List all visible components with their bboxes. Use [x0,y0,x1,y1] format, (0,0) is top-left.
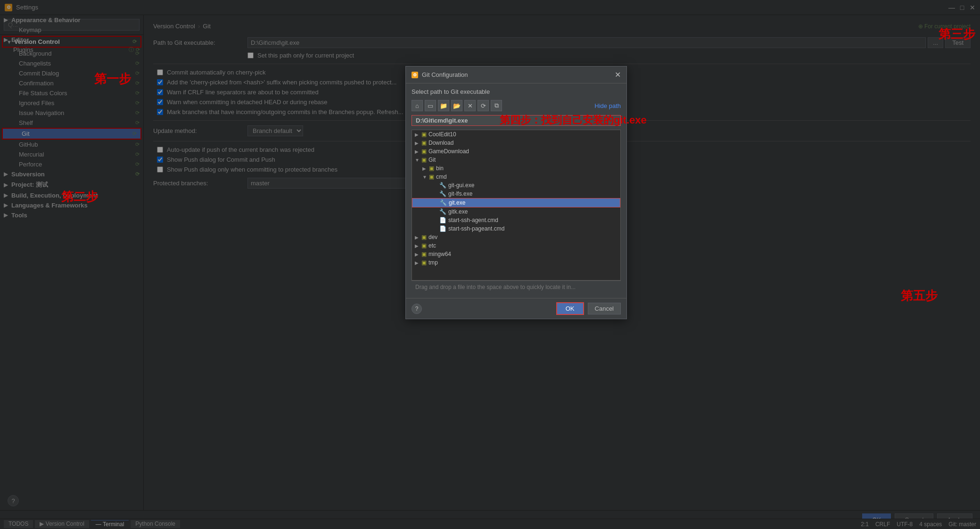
file-tree-label: CoolEdit10 [428,131,456,138]
file-tree-label: git-lfs.exe [448,190,472,197]
file-tree-label: gitk.exe [448,208,468,215]
folder-icon: ▣ [429,165,434,172]
no-arrow [433,209,439,215]
nav-new-folder-button[interactable]: 📁 [438,100,449,111]
dialog-subtitle: Select path to Git executable [412,88,621,95]
file-tree-item-download[interactable]: ▶ ▣ Download [412,139,620,147]
folder-icon: ▣ [421,259,427,266]
nav-refresh-button[interactable]: ⟳ [478,100,489,111]
expand-arrow: ▶ [415,132,421,137]
file-icon: 🔧 [439,208,446,215]
file-tree-item-bin[interactable]: ▶ ▣ bin [412,164,620,173]
dialog-help-button[interactable]: ? [412,304,422,314]
dialog-ok-button[interactable]: OK [556,302,584,315]
dialog-footer: ? OK Cancel [406,298,626,319]
file-tree-item-git-gui[interactable]: 🔧 git-gui.exe [412,181,620,190]
dialog-path-bar[interactable]: D:\Git\cmd\git.exe [412,115,621,126]
file-tree-item-ssh-agent[interactable]: 📄 start-ssh-agent.cmd [412,216,620,224]
folder-icon: ▣ [421,242,427,249]
expand-arrow: ▶ [415,243,421,248]
dialog-title-bar: ⚙ Git Configuration ✕ [406,66,626,83]
dialog-title: Git Configuration [422,71,615,78]
drag-hint: Drag and drop a file into the space abov… [412,281,621,293]
expand-arrow: ▶ [415,149,421,154]
nav-delete-button[interactable]: ✕ [464,100,476,111]
no-arrow [433,218,439,223]
file-tree-label: dev [428,234,437,240]
file-icon: 🔧 [439,182,446,189]
expand-arrow: ▶ [415,260,421,265]
file-tree-item-dev[interactable]: ▶ ▣ dev [412,233,620,241]
file-tree-label: git.exe [449,199,465,206]
expand-arrow: ▼ [422,174,429,180]
file-tree-item-gamedownload[interactable]: ▶ ▣ GameDownload [412,147,620,156]
file-tree-item-git-lfs[interactable]: 🔧 git-lfs.exe [412,190,620,198]
file-tree-label: cmd [436,174,447,180]
file-tree-label: Git [428,157,436,163]
no-arrow [433,183,439,188]
file-tree-item-etc[interactable]: ▶ ▣ etc [412,241,620,250]
file-browser-toolbar: ⌂ ▭ 📁 📂 ✕ ⟳ ⧉ Hide path [412,100,621,111]
file-icon: 🔧 [440,199,447,206]
file-tree-label: start-ssh-agent.cmd [448,217,498,223]
file-tree-label: git-gui.exe [448,182,474,189]
folder-icon: ▣ [429,174,434,180]
file-icon: 📄 [439,217,446,223]
file-tree: ▶ ▣ CoolEdit10 ▶ ▣ Download ▶ ▣ GameDown… [412,130,621,281]
file-tree-label: etc [428,242,436,249]
folder-icon: ▣ [421,140,427,146]
file-tree-item-git-exe[interactable]: 🔧 git.exe [412,198,620,207]
dialog-close-button[interactable]: ✕ [615,70,621,79]
expand-arrow: ▼ [415,157,421,163]
file-tree-item-cmd[interactable]: ▼ ▣ cmd [412,173,620,181]
file-tree-item-ssh-pageant[interactable]: 📄 start-ssh-pageant.cmd [412,224,620,233]
file-icon: 📄 [439,225,446,232]
expand-arrow: ▶ [415,252,421,257]
expand-arrow: ▶ [422,166,429,171]
nav-desktop-button[interactable]: ▭ [425,100,436,111]
folder-icon: ▣ [421,148,427,155]
expand-arrow: ▶ [415,235,421,240]
folder-icon: ▣ [421,234,427,240]
file-tree-label: GameDownload [428,148,469,155]
no-arrow [433,200,440,206]
nav-copy-button[interactable]: ⧉ [491,100,502,111]
file-tree-item-tmp[interactable]: ▶ ▣ tmp [412,258,620,267]
file-tree-item-git[interactable]: ▼ ▣ Git [412,156,620,164]
file-tree-item-mingw64[interactable]: ▶ ▣ mingw64 [412,250,620,258]
no-arrow [433,226,439,231]
file-tree-label: mingw64 [428,251,451,257]
git-configuration-dialog: ⚙ Git Configuration ✕ Select path to Git… [405,66,627,319]
nav-up-button[interactable]: 📂 [451,100,462,111]
nav-home-button[interactable]: ⌂ [412,100,423,111]
file-tree-label: Download [428,140,453,146]
no-arrow [433,191,439,197]
expand-arrow: ▶ [415,141,421,146]
folder-icon: ▣ [421,251,427,257]
dialog-body: Select path to Git executable ⌂ ▭ 📁 📂 ✕ … [406,83,626,298]
file-tree-item-cooleditor[interactable]: ▶ ▣ CoolEdit10 [412,130,620,139]
hide-path-link[interactable]: Hide path [594,102,621,109]
dialog-cancel-button[interactable]: Cancel [588,303,621,314]
file-tree-label: start-ssh-pageant.cmd [448,225,504,232]
file-tree-label: bin [436,165,444,172]
file-tree-item-gitk[interactable]: 🔧 gitk.exe [412,207,620,216]
dialog-title-icon: ⚙ [412,72,418,78]
file-icon: 🔧 [439,190,446,197]
folder-icon: ▣ [421,131,427,138]
file-tree-label: tmp [428,259,438,266]
folder-icon: ▣ [421,157,427,163]
